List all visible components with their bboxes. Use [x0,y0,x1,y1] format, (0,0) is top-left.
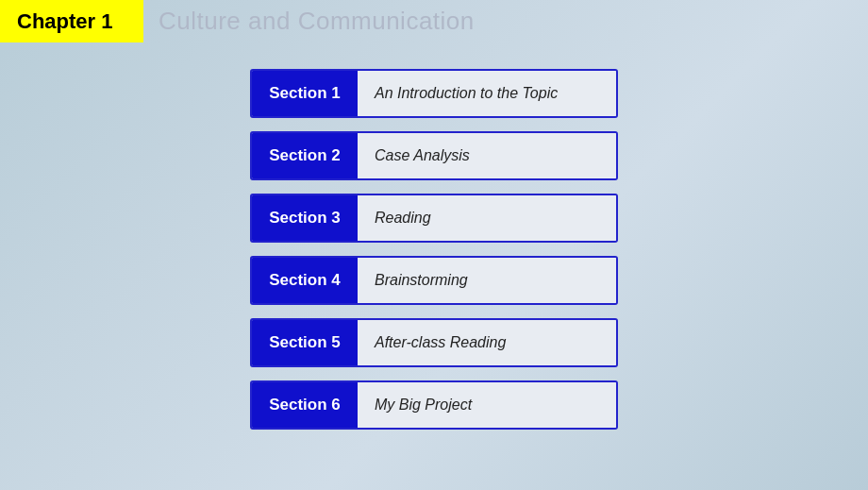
chapter-badge: Chapter 1 [0,0,143,42]
sections-container: Section 1An Introduction to the TopicSec… [0,69,868,430]
section-content-6: My Big Project [358,382,616,428]
section-row-1[interactable]: Section 1An Introduction to the Topic [250,69,618,118]
section-row-6[interactable]: Section 6My Big Project [250,380,618,430]
section-label-1: Section 1 [252,71,358,116]
chapter-title-text: Culture and Communication [159,7,475,35]
section-content-3: Reading [358,195,616,241]
chapter-badge-text: Chapter 1 [17,9,112,34]
chapter-title: Culture and Communication [143,7,475,36]
header: Chapter 1 Culture and Communication [0,0,868,42]
section-content-2: Case Analysis [358,133,616,178]
section-label-4: Section 4 [252,258,358,303]
section-label-6: Section 6 [252,382,358,428]
section-label-3: Section 3 [252,195,358,241]
section-row-4[interactable]: Section 4Brainstorming [250,256,618,305]
section-content-4: Brainstorming [358,258,616,303]
section-label-2: Section 2 [252,133,358,178]
section-content-5: After-class Reading [358,320,616,365]
section-row-2[interactable]: Section 2Case Analysis [250,131,618,180]
section-row-5[interactable]: Section 5After-class Reading [250,318,618,367]
section-content-1: An Introduction to the Topic [358,71,616,116]
section-label-5: Section 5 [252,320,358,365]
section-row-3[interactable]: Section 3Reading [250,194,618,243]
